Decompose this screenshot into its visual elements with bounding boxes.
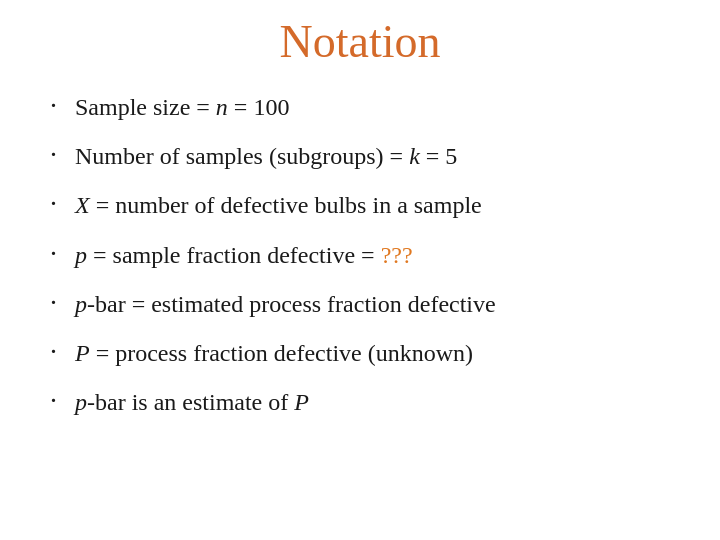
item-6-text: P = process fraction defective (unknown) [75,337,473,371]
list-item: · X = number of defective bulbs in a sam… [50,184,690,223]
list-item: · Number of samples (subgroups) = k = 5 [50,135,690,174]
item-4-question: ??? [381,242,413,268]
bullet-dot: · [50,381,57,420]
item-5-p: p [75,291,87,317]
list-item: · Sample size = n = 100 [50,86,690,125]
list-item: · p-bar is an estimate of P [50,381,690,420]
bullet-dot: · [50,234,57,273]
item-3-x: X [75,192,90,218]
item-4-text: p = sample fraction defective = ??? [75,239,413,273]
item-5-text: p-bar = estimated process fraction defec… [75,288,496,322]
item-1-text: Sample size = n = 100 [75,91,289,125]
item-2-text: Number of samples (subgroups) = k = 5 [75,140,457,174]
item-7-text: p-bar is an estimate of P [75,386,309,420]
bullet-dot: · [50,283,57,322]
item-4-p: p [75,242,87,268]
item-1-n: n [216,94,228,120]
bullet-dot: · [50,332,57,371]
item-2-k: k [409,143,420,169]
item-7-p: p [75,389,87,415]
item-6-P: P [75,340,90,366]
bullet-dot: · [50,135,57,174]
list-item: · P = process fraction defective (unknow… [50,332,690,371]
list-item: · p-bar = estimated process fraction def… [50,283,690,322]
page-title: Notation [280,15,441,68]
item-3-text: X = number of defective bulbs in a sampl… [75,189,482,223]
bullet-dot: · [50,86,57,125]
bullet-dot: · [50,184,57,223]
page-container: Notation · Sample size = n = 100 · Numbe… [0,0,720,540]
list-item: · p = sample fraction defective = ??? [50,234,690,273]
item-7-P: P [294,389,309,415]
bullet-list: · Sample size = n = 100 · Number of samp… [30,86,690,430]
